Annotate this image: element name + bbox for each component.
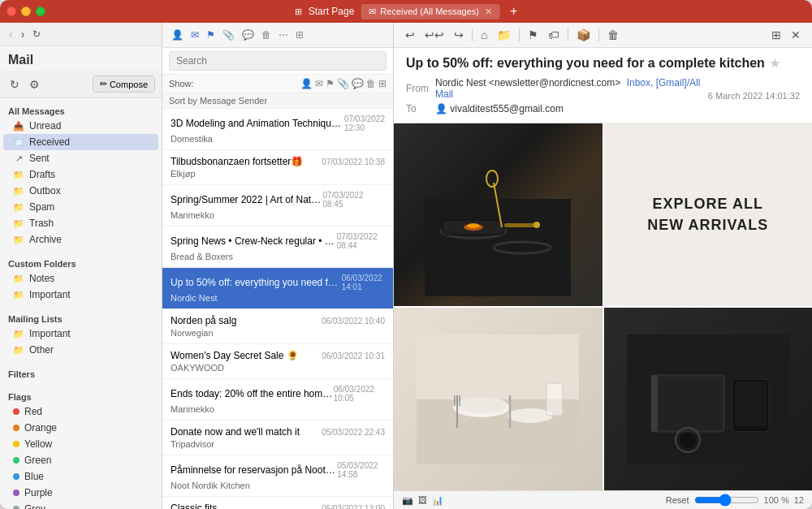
flag-button[interactable]: ⚑	[525, 27, 542, 43]
close-button[interactable]	[6, 6, 16, 16]
reply-button[interactable]: ↩	[402, 27, 418, 43]
sidebar-item-label: Drafts	[29, 169, 150, 180]
filters-title: Filters	[0, 364, 162, 381]
explore-text-image: EXPLORE ALLNEW ARRIVALS	[604, 123, 813, 306]
sidebar-item-unread[interactable]: 📥 Unread	[3, 118, 158, 134]
show-flag-icon[interactable]: ⚑	[326, 78, 335, 89]
toolbar-divider	[519, 28, 520, 41]
folder-icon: 📁	[13, 274, 24, 284]
show-layout-icon[interactable]: ⊞	[378, 78, 387, 89]
sidebar-item-archive[interactable]: 📁 Archive	[3, 231, 158, 248]
sidebar-item-flag-green[interactable]: Green	[3, 452, 158, 468]
svg-rect-20	[546, 383, 563, 416]
sidebar-item-trash[interactable]: 📁 Trash	[3, 215, 158, 231]
msg-subject: Spring News • Crew-Neck regular • Limite…	[171, 235, 337, 247]
folder-icon: 📁	[13, 345, 24, 356]
message-item[interactable]: Spring/Summer 2022 | Art of Nature 07/03…	[162, 185, 393, 226]
msg-more-icon[interactable]: ⋯	[276, 28, 291, 42]
custom-folders-title: Custom Folders	[0, 254, 162, 270]
sidebar-item-flag-yellow[interactable]: Yellow	[3, 436, 158, 452]
msg-sender: Marimekko	[171, 404, 385, 414]
message-item[interactable]: Women's Day Secret Sale 🌻 06/03/2022 10:…	[162, 344, 393, 379]
home-button[interactable]: ⌂	[477, 27, 490, 43]
check-mail-button[interactable]: ↻	[6, 76, 23, 93]
show-envelope-icon[interactable]: ✉	[315, 78, 323, 89]
outbox-icon: 📁	[13, 186, 24, 196]
show-icons: 👤 ✉ ⚑ 📎 💬 🗑 ⊞	[300, 78, 387, 89]
message-item[interactable]: Donate now and we'll match it 05/03/2022…	[162, 421, 393, 455]
msg-delete-icon[interactable]: 🗑	[259, 28, 274, 42]
svg-point-10	[467, 223, 480, 228]
sidebar-item-ml-other[interactable]: 📁 Other	[3, 342, 158, 358]
show-attachment-icon[interactable]: 📎	[337, 78, 349, 89]
folder-icon: 📁	[13, 290, 24, 300]
sidebar-item-label: Other	[29, 344, 150, 356]
message-item[interactable]: Norden på salg 06/03/2022 10:40 Norwegia…	[162, 309, 393, 344]
expand-button[interactable]: ⊞	[768, 27, 784, 43]
reset-button[interactable]: Reset	[666, 495, 689, 505]
msg-subject: Donate now and we'll match it	[171, 426, 300, 438]
sidebar-item-flag-blue[interactable]: Blue	[3, 468, 158, 485]
filters-section: Filters	[0, 361, 162, 384]
msg-layout-icon[interactable]: ⊞	[293, 28, 306, 42]
message-item[interactable]: Ends today: 20% off the entire home coll…	[162, 379, 393, 421]
yellow-flag-dot	[13, 441, 19, 447]
svg-point-8	[486, 170, 498, 187]
sidebar-item-outbox[interactable]: 📁 Outbox	[3, 183, 158, 199]
sort-label: Sort by Message Sender	[169, 96, 267, 106]
message-item[interactable]: Up to 50% off: everything you need for a…	[162, 268, 393, 309]
back-button[interactable]: ‹	[5, 26, 17, 42]
sidebar-item-important[interactable]: 📁 Important	[3, 287, 158, 303]
sidebar-item-spam[interactable]: 📁 Spam	[3, 199, 158, 215]
sidebar-item-received[interactable]: 📨 Received	[3, 134, 158, 150]
sidebar-item-drafts[interactable]: 📁 Drafts	[3, 166, 158, 183]
msg-avatar-icon: 👤	[169, 28, 186, 42]
minimize-button[interactable]	[21, 6, 31, 16]
archive-button[interactable]: 📦	[573, 27, 594, 43]
tab-close-icon[interactable]: ✕	[485, 6, 492, 17]
forward-button[interactable]: ›	[17, 26, 29, 42]
sidebar-item-notes[interactable]: 📁 Notes	[3, 270, 158, 287]
refresh-button[interactable]: ↻	[28, 27, 45, 41]
msg-subject: Up to 50% off: everything you need for a…	[171, 277, 342, 288]
reply-all-button[interactable]: ↩↩	[421, 27, 447, 43]
sidebar-item-flag-grey[interactable]: Grey	[3, 501, 158, 509]
folder-button[interactable]: 📁	[494, 27, 514, 43]
print-button[interactable]: ✕	[788, 27, 804, 43]
message-item[interactable]: 3D Modeling and Animation Techniques wit…	[162, 109, 393, 150]
search-input[interactable]	[169, 51, 387, 71]
message-item[interactable]: Tilbudsbonanzaen fortsetter🎁 07/03/2022 …	[162, 150, 393, 185]
show-avatar-icon[interactable]: 👤	[300, 78, 313, 89]
message-item[interactable]: Spring News • Crew-Neck regular • Limite…	[162, 226, 393, 268]
tag-button[interactable]: 🏷	[545, 27, 563, 43]
message-item[interactable]: Classic fits 05/03/2022 13:00 Samsøe Sam…	[162, 497, 393, 509]
delete-button[interactable]: 🗑	[604, 27, 622, 43]
msg-flag-icon: ⚑	[204, 28, 218, 42]
zoom-slider[interactable]	[694, 494, 759, 507]
sidebar-item-flag-orange[interactable]: Orange	[3, 420, 158, 436]
show-thread-icon[interactable]: 💬	[352, 78, 364, 89]
search-bar	[162, 48, 393, 75]
msg-subject: Påminnelse for reservasjon på Noot Nordi…	[171, 464, 337, 476]
email-toolbar-right: ⊞ ✕	[768, 27, 804, 43]
message-item[interactable]: Påminnelse for reservasjon på Noot Nordi…	[162, 455, 393, 497]
active-tab[interactable]: ✉ Received (All Messages) ✕	[361, 4, 500, 19]
sidebar-item-flag-red[interactable]: Red	[3, 403, 158, 420]
email-header: Up to 50% off: everything you need for a…	[394, 48, 812, 123]
sort-bar[interactable]: Sort by Message Sender	[162, 93, 393, 109]
maximize-button[interactable]	[36, 6, 45, 16]
message-list: 3D Modeling and Animation Techniques wit…	[162, 109, 393, 509]
filter-button[interactable]: ⚙	[26, 76, 43, 93]
traffic-lights	[6, 6, 45, 16]
forward-button[interactable]: ↪	[451, 27, 467, 43]
compose-button[interactable]: ✏ Compose	[93, 75, 155, 93]
show-delete-icon[interactable]: 🗑	[366, 78, 376, 89]
msg-subject: Spring/Summer 2022 | Art of Nature	[171, 194, 322, 205]
sidebar-item-ml-important[interactable]: 📁 Important	[3, 326, 158, 342]
add-tab-button[interactable]: +	[510, 4, 517, 19]
sidebar-item-flag-purple[interactable]: Purple	[3, 485, 158, 501]
msg-date: 05/03/2022 22:43	[322, 428, 385, 437]
sidebar-item-sent[interactable]: ↗ Sent	[3, 150, 158, 166]
mailing-lists-title: Mailing Lists	[0, 309, 162, 326]
star-icon[interactable]: ★	[770, 57, 780, 70]
